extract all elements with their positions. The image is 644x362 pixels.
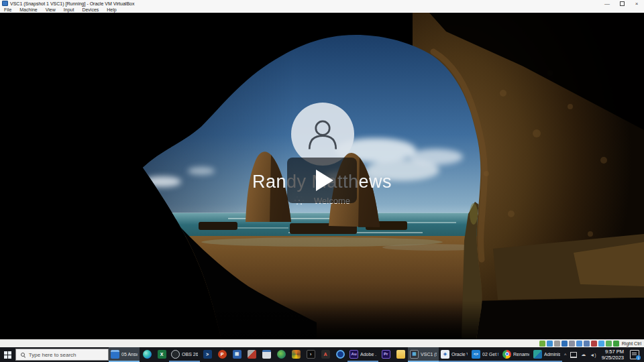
media-app-icon bbox=[248, 350, 256, 359]
keyboard-icon[interactable] bbox=[613, 341, 619, 347]
vscode-icon: <> bbox=[472, 350, 480, 359]
taskbar-item[interactable]: 05 Answ... bbox=[109, 347, 140, 362]
globe-app-icon bbox=[277, 350, 286, 359]
taskbar-item[interactable] bbox=[288, 347, 303, 362]
edge-icon bbox=[143, 350, 152, 359]
taskbar-item[interactable]: A bbox=[318, 347, 333, 362]
taskbar-item-label: Oracle V... bbox=[451, 352, 468, 357]
window-title: VSC1 (Snapshot 1 VSC1) [Running] - Oracl… bbox=[10, 1, 134, 6]
paint-app-icon bbox=[292, 350, 301, 359]
obs-icon bbox=[171, 350, 180, 359]
person-icon bbox=[301, 113, 344, 156]
virtualbox-statusbar: Right Ctrl bbox=[0, 339, 644, 347]
premiere-icon: Pr bbox=[382, 350, 390, 359]
vm-display: Randy Matthews Welcome bbox=[0, 13, 644, 339]
play-icon bbox=[316, 170, 333, 191]
virtualbox-vm-icon bbox=[2, 1, 8, 6]
chrome-icon bbox=[502, 350, 511, 359]
taskbar-item-label: Adminis... bbox=[544, 352, 560, 357]
menu-machine[interactable]: Machine bbox=[15, 7, 41, 13]
menu-input[interactable]: Input bbox=[60, 7, 78, 13]
cmd-icon: › bbox=[307, 350, 315, 359]
audition-icon: Au bbox=[350, 350, 358, 359]
taskbar-item[interactable]: ▦ bbox=[229, 347, 244, 362]
taskbar-item[interactable]: Rename... bbox=[500, 347, 531, 362]
host-taskbar: Type here to search 05 Answ...XOBS 26...… bbox=[0, 347, 644, 362]
close-button[interactable]: × bbox=[629, 0, 644, 7]
taskbar-item[interactable]: X bbox=[154, 347, 169, 362]
screenshot-root: VSC1 (Snapshot 1 VSC1) [Running] - Oracl… bbox=[0, 0, 644, 362]
usb-icon[interactable] bbox=[569, 341, 575, 347]
taskbar-item[interactable]: <>02 Get tr... bbox=[470, 347, 500, 362]
notification-badge: 1 bbox=[636, 355, 641, 360]
taskbar-item[interactable]: › bbox=[303, 347, 318, 362]
excel-icon: X bbox=[158, 350, 166, 359]
speaker-icon[interactable]: ◄) bbox=[590, 353, 596, 357]
powershell-icon: > bbox=[203, 350, 212, 359]
window-app-icon bbox=[262, 350, 271, 359]
taskbar-item[interactable] bbox=[333, 347, 347, 362]
taskbar-item-label: 05 Answ... bbox=[121, 352, 138, 357]
file-explorer-icon bbox=[396, 350, 405, 359]
virtualbox-titlebar: VSC1 (Snapshot 1 VSC1) [Running] - Oracl… bbox=[0, 0, 644, 7]
taskbar-item[interactable]: ▦VSC1 (S... bbox=[408, 347, 439, 362]
user-avatar bbox=[291, 103, 354, 166]
taskbar-item[interactable] bbox=[140, 347, 154, 362]
taskbar-item-label: OBS 26... bbox=[182, 352, 198, 357]
action-center-icon[interactable]: 1 bbox=[630, 350, 639, 359]
taskbar-item[interactable] bbox=[274, 347, 288, 362]
onedrive-icon[interactable]: ☁ bbox=[581, 352, 586, 357]
windows-logo-icon bbox=[4, 351, 11, 359]
taskbar-item[interactable]: P bbox=[215, 347, 229, 362]
restore-button[interactable] bbox=[614, 0, 629, 7]
system-tray: ^ ☁ ◄) 9:57 PM 9/25/2023 1 bbox=[562, 347, 644, 362]
search-placeholder: Type here to search bbox=[29, 352, 76, 358]
taskbar-item[interactable] bbox=[393, 347, 408, 362]
taskbar-item[interactable]: Pr bbox=[378, 347, 393, 362]
taskbar-search-input[interactable]: Type here to search bbox=[15, 349, 109, 361]
taskbar-item[interactable]: Adminis... bbox=[531, 347, 562, 362]
hidden-icons-chevron[interactable]: ^ bbox=[564, 353, 566, 357]
vm-window-icon: ▦ bbox=[410, 350, 419, 359]
menu-view[interactable]: View bbox=[42, 7, 60, 13]
network-icon[interactable] bbox=[561, 341, 568, 347]
blue-ring-app-icon bbox=[336, 350, 345, 359]
calculator-icon: ▦ bbox=[233, 350, 241, 359]
host-key-label: Right Ctrl bbox=[622, 341, 641, 346]
clock-date: 9/25/2023 bbox=[602, 355, 624, 361]
clock-time: 9:57 PM bbox=[602, 349, 624, 355]
start-button[interactable] bbox=[0, 347, 15, 362]
taskbar-item-label: 02 Get tr... bbox=[482, 352, 498, 357]
taskbar-item-label: VSC1 (S... bbox=[421, 352, 437, 357]
search-icon bbox=[21, 353, 25, 357]
audio-icon[interactable] bbox=[554, 341, 560, 347]
taskbar-item[interactable]: ◈Oracle V... bbox=[439, 347, 470, 362]
minimize-button[interactable]: — bbox=[600, 0, 614, 7]
powerpoint-icon: P bbox=[218, 350, 227, 359]
menu-devices[interactable]: Devices bbox=[78, 7, 103, 13]
hard-disk-icon[interactable] bbox=[539, 341, 545, 347]
network-icon[interactable] bbox=[570, 352, 577, 358]
vbox-status-icons bbox=[538, 341, 619, 347]
taskbar-item[interactable] bbox=[244, 347, 259, 362]
menu-file[interactable]: File bbox=[0, 7, 15, 13]
taskbar-item[interactable]: OBS 26... bbox=[169, 347, 200, 362]
shared-folders-icon[interactable] bbox=[576, 341, 582, 347]
features-icon[interactable] bbox=[598, 341, 604, 347]
taskbar-clock[interactable]: 9:57 PM 9/25/2023 bbox=[602, 349, 624, 361]
recording-icon[interactable] bbox=[591, 341, 597, 347]
video-play-button[interactable] bbox=[287, 158, 357, 203]
admin-tool-icon bbox=[533, 350, 542, 359]
mouse-integration-icon[interactable] bbox=[606, 341, 612, 347]
optical-disc-icon[interactable] bbox=[547, 341, 553, 347]
taskbar-item-label: Adobe ... bbox=[360, 352, 376, 357]
app-window-blue-icon bbox=[111, 350, 119, 359]
taskbar-item[interactable]: > bbox=[200, 347, 215, 362]
menu-help[interactable]: Help bbox=[103, 7, 120, 13]
taskbar-item[interactable]: AuAdobe ... bbox=[347, 347, 378, 362]
acrobat-icon: A bbox=[321, 350, 330, 359]
taskbar-item[interactable] bbox=[259, 347, 274, 362]
display-icon[interactable] bbox=[584, 341, 590, 347]
window-controls: — × bbox=[600, 0, 644, 7]
taskbar-items: 05 Answ...XOBS 26...>P▦›AAuAdobe ...Pr▦V… bbox=[109, 347, 562, 362]
